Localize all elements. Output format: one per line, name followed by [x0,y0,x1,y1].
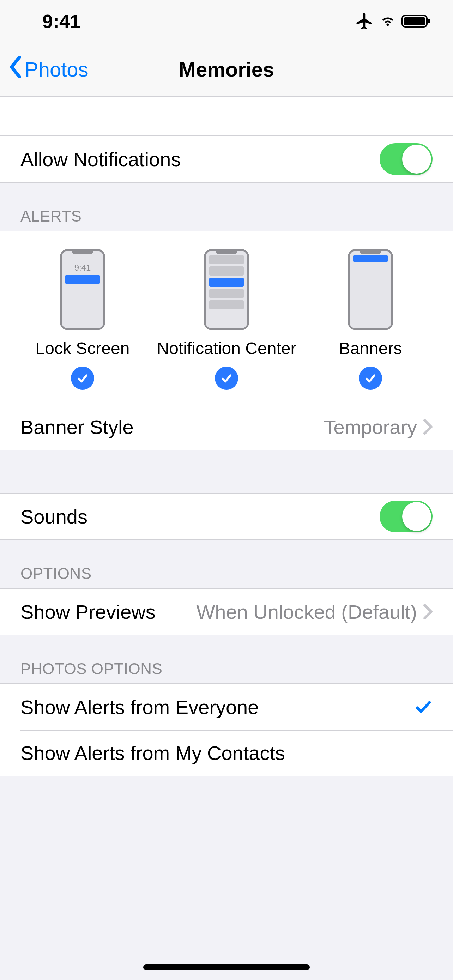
airplane-mode-icon [355,12,374,31]
show-alerts-contacts-row[interactable]: Show Alerts from My Contacts [0,730,453,776]
wifi-icon [379,12,397,30]
chevron-right-icon [423,419,432,434]
alert-type-label: Notification Center [157,339,296,358]
banner-style-value: Temporary [324,415,417,439]
checkmark-icon [414,698,432,716]
back-label: Photos [25,57,89,81]
sounds-toggle[interactable] [380,501,432,532]
alert-type-label: Banners [339,339,402,358]
status-time: 9:41 [42,10,80,32]
status-bar: 9:41 [0,0,453,42]
alert-types-row: 9:41 Lock Screen Notification Center [0,231,453,404]
alerts-header: ALERTS [0,183,453,231]
notification-center-icon [204,249,249,330]
allow-notifications-toggle[interactable] [380,143,432,175]
show-alerts-everyone-row[interactable]: Show Alerts from Everyone [0,684,453,730]
alert-type-label: Lock Screen [36,339,130,358]
photos-options-header: PHOTOS OPTIONS [0,635,453,683]
banners-icon [348,249,393,330]
alert-type-lock-screen[interactable]: 9:41 Lock Screen [11,249,154,390]
checkmark-circle-icon [359,366,382,390]
show-previews-row[interactable]: Show Previews When Unlocked (Default) [0,589,453,635]
alert-type-banners[interactable]: Banners [299,249,442,390]
lock-screen-icon: 9:41 [60,249,105,330]
checkmark-circle-icon [215,366,238,390]
allow-notifications-row[interactable]: Allow Notifications [0,136,453,182]
show-alerts-everyone-label: Show Alerts from Everyone [21,696,414,719]
banner-style-label: Banner Style [21,415,324,439]
checkmark-circle-icon [71,366,94,390]
sounds-label: Sounds [21,505,380,528]
banner-style-row[interactable]: Banner Style Temporary [0,404,453,450]
home-indicator[interactable] [143,964,310,970]
battery-icon [402,14,432,28]
nav-bar: Photos Memories [0,42,453,97]
sounds-row[interactable]: Sounds [0,493,453,539]
chevron-left-icon [8,56,25,83]
svg-rect-2 [428,19,431,23]
alert-type-notification-center[interactable]: Notification Center [154,249,299,390]
show-previews-label: Show Previews [21,600,196,624]
allow-notifications-label: Allow Notifications [21,148,380,171]
options-header: OPTIONS [0,540,453,588]
svg-rect-1 [404,17,425,25]
show-previews-value: When Unlocked (Default) [196,600,417,624]
back-button[interactable]: Photos [8,56,89,83]
status-icons [355,12,432,31]
chevron-right-icon [423,604,432,619]
show-alerts-contacts-label: Show Alerts from My Contacts [21,741,432,764]
